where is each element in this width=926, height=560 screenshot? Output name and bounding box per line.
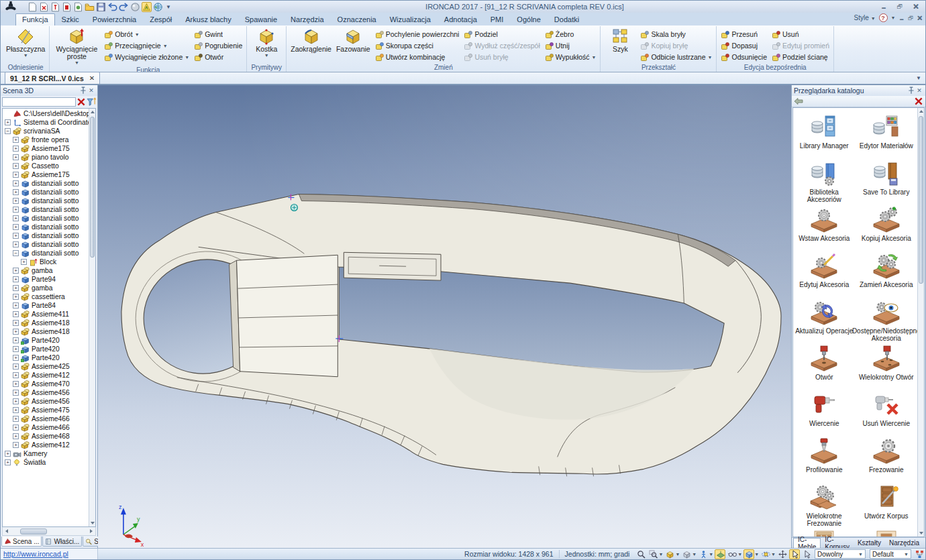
tree-item-assieme418[interactable]: +Assieme418	[3, 319, 89, 327]
camera-view-icon[interactable]	[681, 549, 692, 559]
expand-icon[interactable]: +	[13, 276, 19, 282]
expand-icon[interactable]: +	[13, 372, 19, 378]
catalog-item-utworz-korpus[interactable]: Utwórz Korpus	[856, 484, 917, 530]
help-caret-icon[interactable]: ▼	[891, 15, 896, 20]
catalog-vertical-scrollbar[interactable]	[917, 108, 924, 537]
catalog-item-usun-wiercenie[interactable]: Usuń Wiercenie	[856, 391, 917, 437]
odbicie-lustrzane-button[interactable]: Odbicie lustrzane▼	[639, 52, 713, 62]
tree-item-parte94[interactable]: +Parte94	[3, 275, 89, 284]
panel-tab-wlasci[interactable]: Właści...	[42, 537, 82, 547]
restore-button[interactable]: 🗗	[894, 3, 905, 10]
assembly-structure-icon[interactable]	[914, 549, 925, 559]
ribbon-tab-og-lne[interactable]: Ogólne	[510, 13, 547, 25]
panel-tab-scena-[interactable]: Scena ...	[1, 537, 42, 547]
expand-icon[interactable]: +	[5, 451, 11, 457]
doc-minimize-button[interactable]: 🗕	[899, 15, 905, 21]
collapse-icon[interactable]: −	[5, 128, 11, 134]
tree-item-assieme425[interactable]: +Assieme425	[3, 362, 89, 371]
ribbon-tab-wizualizacja[interactable]: Wizualizacja	[383, 13, 438, 25]
ribbon-tab-adnotacja[interactable]: Adnotacja	[438, 13, 484, 25]
tree-item-distanziali-sotto[interactable]: +distanziali sotto	[3, 231, 89, 240]
dopasuj-button[interactable]: Dopasuj	[719, 40, 768, 51]
orbit-icon[interactable]	[760, 549, 771, 559]
catalog-item-wstaw-akcesoria[interactable]: Wstaw Akcesoria	[793, 206, 855, 252]
expand-icon[interactable]: +	[13, 189, 19, 195]
view-preset-icon-caret[interactable]: ▼	[675, 552, 680, 557]
catalog-item-dostepne-niedostepne-akcesoria[interactable]: Dostępne/Niedostępne Akcesoria	[856, 298, 917, 345]
expand-icon[interactable]: +	[13, 215, 19, 221]
expand-icon[interactable]: +	[13, 241, 19, 247]
expand-icon[interactable]: +	[13, 329, 19, 335]
tree-item-assieme456[interactable]: +Assieme456	[3, 397, 89, 406]
tree-item-kamery[interactable]: +Kamery	[3, 449, 89, 458]
tree-item-assieme470[interactable]: +Assieme470	[3, 380, 89, 388]
zoom-window-icon-caret[interactable]: ▼	[658, 552, 663, 557]
zebro-button[interactable]: Żebro	[544, 29, 598, 40]
expand-icon[interactable]: +	[13, 363, 19, 370]
expand-icon[interactable]: +	[13, 207, 19, 213]
usun-button[interactable]: Usuń	[770, 29, 831, 40]
import-doc-icon[interactable]	[39, 2, 49, 12]
ribbon-tab-powierzchnia[interactable]: Powierzchnia	[86, 13, 143, 25]
ribbon-tab-oznaczenia[interactable]: Oznaczenia	[331, 13, 383, 25]
catalog-clear-icon[interactable]	[914, 97, 923, 106]
visibility-icon[interactable]	[727, 549, 737, 559]
podziel-sciane-button[interactable]: Podziel ścianę	[770, 52, 831, 62]
tree-item-distanziali-sotto[interactable]: +distanziali sotto	[3, 188, 89, 197]
tree-item-assieme175[interactable]: +Assieme175	[3, 170, 89, 179]
szyk-button[interactable]: Szyk	[603, 27, 637, 63]
wyciagniecie-zlozone-button[interactable]: Wyciągnięcie złożone▼	[103, 52, 191, 62]
tree-item-assieme411[interactable]: +Assieme411	[3, 310, 89, 319]
pan-cursor-icon[interactable]	[777, 549, 788, 559]
tree-item-block[interactable]: +Block	[3, 258, 89, 266]
expand-icon[interactable]: +	[5, 119, 11, 125]
smart-render-icon[interactable]	[142, 2, 152, 12]
walk-camera-icon[interactable]	[698, 549, 709, 559]
tree-item-distanziali-sotto[interactable]: +distanziali sotto	[3, 197, 89, 205]
tree-item-assieme412[interactable]: +Assieme412	[3, 371, 89, 380]
catalog-item-frezowanie[interactable]: Frezowanie	[856, 437, 917, 484]
doc-link-icon[interactable]	[73, 2, 83, 12]
expand-icon[interactable]: +	[13, 154, 19, 160]
tree-item-assieme412[interactable]: +Assieme412	[3, 441, 89, 449]
tree-item-scrivaniasa[interactable]: −scrivaniaSA	[3, 127, 89, 135]
catalog-tab-narzedzia[interactable]: Narzędzia	[885, 538, 923, 548]
help-icon[interactable]: ?	[879, 13, 888, 22]
tree-item-assieme456[interactable]: +Assieme456	[3, 388, 89, 397]
expand-icon[interactable]: +	[13, 346, 19, 352]
tree-item-distanziali-sotto[interactable]: +distanziali sotto	[3, 240, 89, 249]
expand-icon[interactable]: +	[13, 198, 19, 204]
expand-icon[interactable]: +	[13, 224, 19, 230]
catalog-close-icon[interactable]: ✕	[915, 87, 923, 95]
ribbon-tab-dodatki[interactable]: Dodatki	[548, 13, 586, 25]
expand-icon[interactable]: +	[13, 320, 19, 326]
expand-icon[interactable]: +	[13, 294, 19, 300]
undo-icon[interactable]	[107, 2, 117, 12]
odsuniecie-button[interactable]: Odsunięcie	[719, 52, 768, 62]
new-scene-icon[interactable]	[28, 2, 38, 12]
export-doc-icon[interactable]	[50, 2, 60, 12]
ribbon-tab-pmi[interactable]: PMI	[484, 13, 511, 25]
catalog-item-biblioteka-akcesoriow[interactable]: Biblioteka Akcesoriów	[793, 160, 855, 206]
tree-item-piano-tavolo[interactable]: +piano tavolo	[3, 153, 89, 162]
catalog-item-profilowanie[interactable]: Profilowanie	[793, 437, 855, 484]
open-icon[interactable]	[85, 2, 95, 12]
pochylenie-powierzchni-button[interactable]: Pochylenie powierzchni	[374, 29, 461, 40]
catalog-tab-ic-korpusy[interactable]: IC-Korpusy	[821, 538, 854, 548]
tree-item-sistema-di-coordinate-globa[interactable]: +Sistema di Coordinate Globa	[3, 118, 89, 127]
face-shading-icon[interactable]	[715, 549, 725, 559]
expand-icon[interactable]: +	[13, 355, 19, 361]
scene-globe-icon[interactable]	[153, 2, 163, 12]
expand-icon[interactable]: +	[13, 233, 19, 239]
panel-close-icon[interactable]: ✕	[87, 87, 95, 95]
expand-icon[interactable]: +	[13, 390, 19, 396]
tree-horizontal-scrollbar[interactable]	[2, 527, 96, 536]
tree-item-assieme466[interactable]: +Assieme466	[3, 423, 89, 432]
tree-item-assieme468[interactable]: +Assieme468	[3, 432, 89, 441]
expand-icon[interactable]: +	[21, 259, 27, 265]
expand-icon[interactable]: +	[13, 407, 19, 413]
zaokraglenie-button[interactable]: Zaokrąglenie	[289, 27, 333, 63]
tree-item-assieme418[interactable]: +Assieme418	[3, 327, 89, 336]
catalog-item-save-to-library[interactable]: Save To Library	[856, 160, 917, 206]
expand-icon[interactable]: +	[13, 337, 19, 343]
